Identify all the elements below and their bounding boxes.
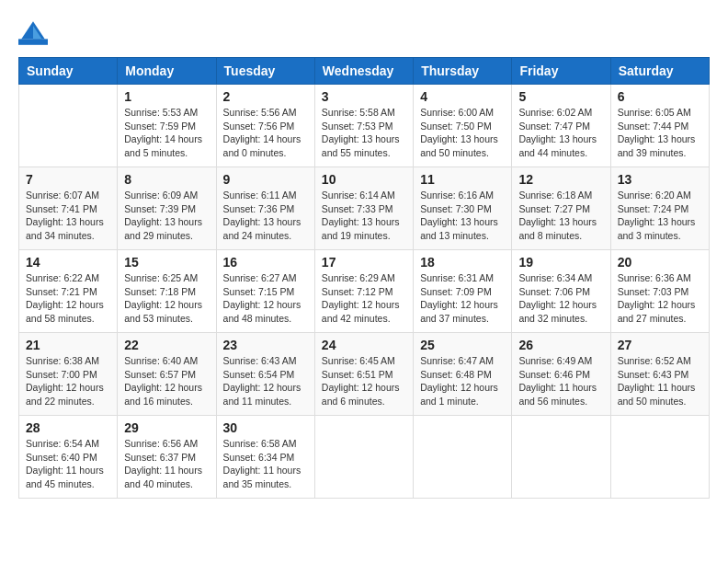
day-detail: Sunrise: 6:29 AM Sunset: 7:12 PM Dayligh… [322, 271, 406, 326]
day-detail: Sunrise: 6:52 AM Sunset: 6:43 PM Dayligh… [618, 354, 702, 408]
day-number: 19 [518, 255, 603, 270]
day-detail: Sunrise: 6:02 AM Sunset: 7:47 PM Dayligh… [518, 106, 603, 160]
day-detail: Sunrise: 6:34 AM Sunset: 7:06 PM Dayligh… [518, 271, 603, 326]
day-cell [19, 85, 118, 167]
day-cell: 2Sunrise: 5:56 AM Sunset: 7:56 PM Daylig… [216, 85, 314, 167]
day-number: 4 [420, 89, 505, 104]
week-row-5: 28Sunrise: 6:54 AM Sunset: 6:40 PM Dayli… [19, 416, 710, 499]
page-header [18, 18, 710, 48]
day-detail: Sunrise: 6:40 AM Sunset: 6:57 PM Dayligh… [124, 354, 209, 408]
day-detail: Sunrise: 6:11 AM Sunset: 7:36 PM Dayligh… [223, 189, 308, 243]
day-number: 26 [518, 338, 603, 352]
day-detail: Sunrise: 5:56 AM Sunset: 7:56 PM Dayligh… [223, 106, 308, 160]
week-row-4: 21Sunrise: 6:38 AM Sunset: 7:00 PM Dayli… [19, 333, 710, 416]
svg-marker-1 [33, 26, 42, 39]
day-detail: Sunrise: 6:20 AM Sunset: 7:24 PM Dayligh… [618, 189, 702, 243]
day-detail: Sunrise: 6:58 AM Sunset: 6:34 PM Dayligh… [223, 437, 308, 491]
day-cell: 4Sunrise: 6:00 AM Sunset: 7:50 PM Daylig… [414, 85, 512, 167]
day-detail: Sunrise: 6:36 AM Sunset: 7:03 PM Dayligh… [618, 271, 702, 326]
day-number: 1 [124, 89, 209, 104]
day-detail: Sunrise: 6:14 AM Sunset: 7:33 PM Dayligh… [322, 189, 406, 243]
week-row-2: 7Sunrise: 6:07 AM Sunset: 7:41 PM Daylig… [19, 167, 710, 250]
day-cell: 19Sunrise: 6:34 AM Sunset: 7:06 PM Dayli… [512, 250, 610, 333]
day-cell: 5Sunrise: 6:02 AM Sunset: 7:47 PM Daylig… [512, 85, 610, 167]
day-detail: Sunrise: 5:58 AM Sunset: 7:53 PM Dayligh… [322, 106, 406, 160]
day-number: 10 [322, 172, 406, 187]
day-cell: 14Sunrise: 6:22 AM Sunset: 7:21 PM Dayli… [19, 250, 118, 333]
day-cell: 9Sunrise: 6:11 AM Sunset: 7:36 PM Daylig… [216, 167, 314, 250]
day-cell: 18Sunrise: 6:31 AM Sunset: 7:09 PM Dayli… [414, 250, 512, 333]
day-detail: Sunrise: 6:54 AM Sunset: 6:40 PM Dayligh… [26, 437, 110, 491]
day-cell [610, 416, 709, 499]
day-number: 13 [618, 172, 702, 187]
day-number: 27 [618, 338, 702, 352]
day-number: 20 [618, 255, 702, 270]
day-cell: 15Sunrise: 6:25 AM Sunset: 7:18 PM Dayli… [118, 250, 216, 333]
day-detail: Sunrise: 6:49 AM Sunset: 6:46 PM Dayligh… [518, 354, 603, 408]
day-cell: 11Sunrise: 6:16 AM Sunset: 7:30 PM Dayli… [414, 167, 512, 250]
day-cell: 6Sunrise: 6:05 AM Sunset: 7:44 PM Daylig… [610, 85, 709, 167]
day-cell: 17Sunrise: 6:29 AM Sunset: 7:12 PM Dayli… [314, 250, 413, 333]
day-number: 16 [223, 255, 308, 270]
day-detail: Sunrise: 6:22 AM Sunset: 7:21 PM Dayligh… [26, 271, 110, 326]
week-row-3: 14Sunrise: 6:22 AM Sunset: 7:21 PM Dayli… [19, 250, 710, 333]
day-cell: 27Sunrise: 6:52 AM Sunset: 6:43 PM Dayli… [610, 333, 709, 416]
day-number: 3 [322, 89, 406, 104]
calendar-table: SundayMondayTuesdayWednesdayThursdayFrid… [18, 57, 710, 499]
day-number: 28 [26, 420, 110, 435]
day-cell: 20Sunrise: 6:36 AM Sunset: 7:03 PM Dayli… [610, 250, 709, 333]
day-cell: 24Sunrise: 6:45 AM Sunset: 6:51 PM Dayli… [314, 333, 413, 416]
day-number: 12 [518, 172, 603, 187]
day-cell: 12Sunrise: 6:18 AM Sunset: 7:27 PM Dayli… [512, 167, 610, 250]
day-cell: 25Sunrise: 6:47 AM Sunset: 6:48 PM Dayli… [414, 333, 512, 416]
day-detail: Sunrise: 6:25 AM Sunset: 7:18 PM Dayligh… [124, 271, 209, 326]
day-detail: Sunrise: 6:16 AM Sunset: 7:30 PM Dayligh… [420, 189, 505, 243]
day-detail: Sunrise: 6:09 AM Sunset: 7:39 PM Dayligh… [124, 189, 209, 243]
day-cell: 22Sunrise: 6:40 AM Sunset: 6:57 PM Dayli… [118, 333, 216, 416]
day-number: 24 [322, 338, 406, 352]
day-cell: 28Sunrise: 6:54 AM Sunset: 6:40 PM Dayli… [19, 416, 118, 499]
day-number: 29 [124, 420, 209, 435]
day-cell [314, 416, 413, 499]
day-detail: Sunrise: 6:56 AM Sunset: 6:37 PM Dayligh… [124, 437, 209, 491]
day-cell [512, 416, 610, 499]
day-detail: Sunrise: 6:31 AM Sunset: 7:09 PM Dayligh… [420, 271, 505, 326]
calendar-header: SundayMondayTuesdayWednesdayThursdayFrid… [19, 58, 710, 85]
weekday-header-sunday: Sunday [19, 58, 118, 85]
day-detail: Sunrise: 6:07 AM Sunset: 7:41 PM Dayligh… [26, 189, 110, 243]
logo [18, 18, 53, 48]
weekday-header-friday: Friday [512, 58, 610, 85]
day-cell: 16Sunrise: 6:27 AM Sunset: 7:15 PM Dayli… [216, 250, 314, 333]
day-cell: 23Sunrise: 6:43 AM Sunset: 6:54 PM Dayli… [216, 333, 314, 416]
weekday-header-saturday: Saturday [610, 58, 709, 85]
day-detail: Sunrise: 6:45 AM Sunset: 6:51 PM Dayligh… [322, 354, 406, 408]
day-number: 11 [420, 172, 505, 187]
day-cell: 3Sunrise: 5:58 AM Sunset: 7:53 PM Daylig… [314, 85, 413, 167]
day-detail: Sunrise: 6:18 AM Sunset: 7:27 PM Dayligh… [518, 189, 603, 243]
day-cell: 26Sunrise: 6:49 AM Sunset: 6:46 PM Dayli… [512, 333, 610, 416]
day-number: 15 [124, 255, 209, 270]
day-number: 23 [223, 338, 308, 352]
day-cell: 13Sunrise: 6:20 AM Sunset: 7:24 PM Dayli… [610, 167, 709, 250]
day-cell: 21Sunrise: 6:38 AM Sunset: 7:00 PM Dayli… [19, 333, 118, 416]
day-number: 25 [420, 338, 505, 352]
day-number: 22 [124, 338, 209, 352]
day-cell: 1Sunrise: 5:53 AM Sunset: 7:59 PM Daylig… [118, 85, 216, 167]
day-number: 14 [26, 255, 110, 270]
weekday-header-thursday: Thursday [414, 58, 512, 85]
day-cell: 8Sunrise: 6:09 AM Sunset: 7:39 PM Daylig… [118, 167, 216, 250]
day-detail: Sunrise: 6:43 AM Sunset: 6:54 PM Dayligh… [223, 354, 308, 408]
logo-icon [18, 18, 48, 48]
day-number: 30 [223, 420, 308, 435]
day-number: 6 [618, 89, 702, 104]
day-cell [414, 416, 512, 499]
day-cell: 7Sunrise: 6:07 AM Sunset: 7:41 PM Daylig… [19, 167, 118, 250]
day-number: 21 [26, 338, 110, 352]
day-number: 18 [420, 255, 505, 270]
day-cell: 29Sunrise: 6:56 AM Sunset: 6:37 PM Dayli… [118, 416, 216, 499]
day-detail: Sunrise: 6:00 AM Sunset: 7:50 PM Dayligh… [420, 106, 505, 160]
day-number: 8 [124, 172, 209, 187]
weekday-header-tuesday: Tuesday [216, 58, 314, 85]
svg-rect-2 [18, 39, 48, 44]
day-detail: Sunrise: 6:38 AM Sunset: 7:00 PM Dayligh… [26, 354, 110, 408]
